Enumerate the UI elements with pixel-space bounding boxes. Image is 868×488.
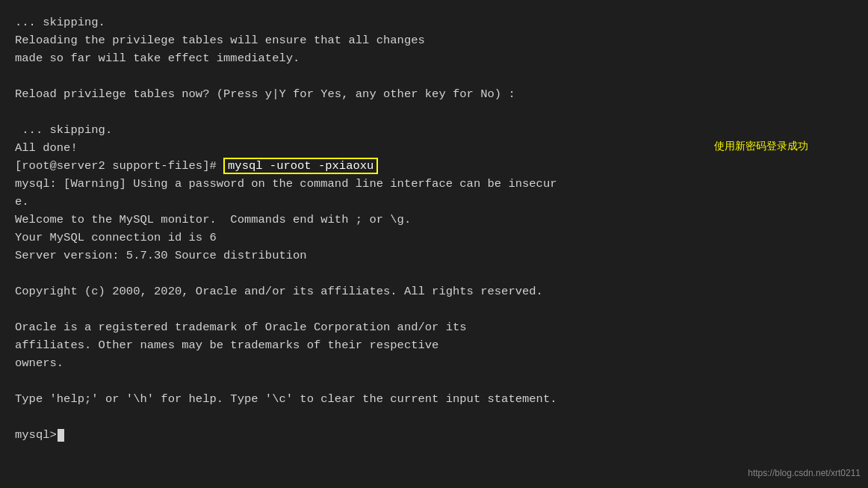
terminal-line-11: e. [15, 193, 853, 211]
terminal-line-19: affiliates. Other names may be trademark… [15, 336, 853, 354]
watermark: https://blog.csdn.net/xrt0211 [748, 466, 861, 481]
terminal-content: ... skipping. Reloading the privilege ta… [15, 13, 853, 444]
terminal-line-16: Copyright (c) 2000, 2020, Oracle and/or … [15, 282, 853, 300]
terminal-line-10: mysql: [Warning] Using a password on the… [15, 175, 853, 193]
terminal-line-20: owners. [15, 354, 853, 372]
mysql-prompt-line: mysql> [15, 426, 853, 444]
highlighted-command: mysql -uroot -pxiaoxu [223, 158, 378, 174]
terminal-line-23 [15, 408, 853, 426]
annotation-text: 使用新密码登录成功 [714, 138, 808, 155]
terminal-line-5: Reload privilege tables now? (Press y|Y … [15, 85, 853, 103]
terminal-line-21 [15, 372, 853, 390]
terminal-line-9: [root@server2 support-files]# mysql -uro… [15, 157, 853, 175]
terminal-line-7: ... skipping. [15, 121, 853, 139]
terminal-cursor [58, 429, 64, 442]
terminal-line-14: Server version: 5.7.30 Source distributi… [15, 247, 853, 265]
mysql-prompt: mysql> [15, 426, 57, 444]
terminal-line-18: Oracle is a registered trademark of Orac… [15, 318, 853, 336]
terminal-line-6 [15, 103, 853, 121]
terminal-line-22: Type 'help;' or '\h' for help. Type '\c'… [15, 390, 853, 408]
terminal-line-13: Your MySQL connection id is 6 [15, 229, 853, 247]
terminal-line-2: Reloading the privilege tables will ensu… [15, 31, 853, 49]
terminal-window: ... skipping. Reloading the privilege ta… [0, 0, 868, 488]
terminal-line-12: Welcome to the MySQL monitor. Commands e… [15, 211, 853, 229]
prompt-prefix: [root@server2 support-files]# [15, 159, 223, 173]
terminal-line-15 [15, 265, 853, 282]
terminal-line-3: made so far will take effect immediately… [15, 49, 853, 67]
terminal-line-1: ... skipping. [15, 13, 853, 31]
terminal-line-17 [15, 300, 853, 318]
terminal-line-4 [15, 67, 853, 85]
